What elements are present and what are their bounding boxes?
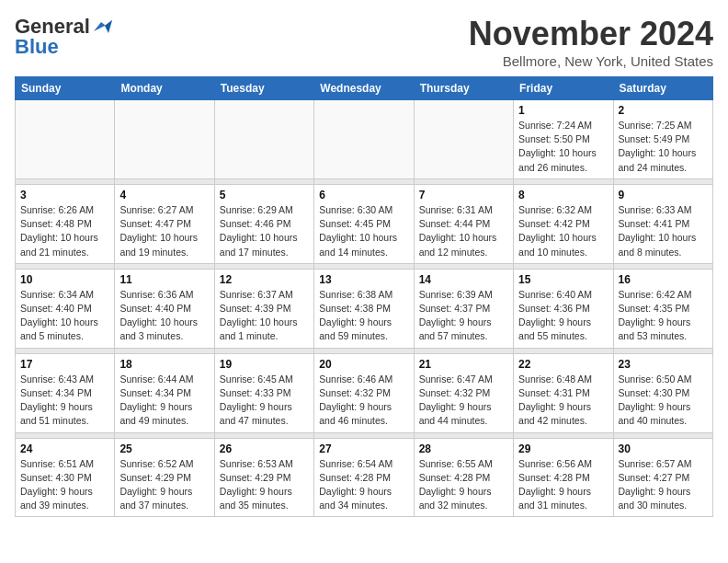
- calendar-cell: 7Sunrise: 6:31 AM Sunset: 4:44 PM Daylig…: [414, 184, 513, 263]
- day-number: 4: [119, 189, 209, 201]
- day-number: 2: [619, 104, 708, 117]
- day-info: Sunrise: 6:56 AM Sunset: 4:28 PM Dayligh…: [518, 457, 608, 513]
- calendar-cell: [115, 100, 214, 179]
- day-number: 8: [518, 189, 608, 201]
- day-info: Sunrise: 6:33 AM Sunset: 4:41 PM Dayligh…: [619, 203, 708, 259]
- day-info: Sunrise: 6:48 AM Sunset: 4:31 PM Dayligh…: [518, 373, 608, 429]
- calendar-week-0: 1Sunrise: 7:24 AM Sunset: 5:50 PM Daylig…: [16, 100, 713, 179]
- day-info: Sunrise: 6:55 AM Sunset: 4:28 PM Dayligh…: [419, 457, 508, 513]
- svg-marker-1: [105, 20, 112, 33]
- day-info: Sunrise: 6:44 AM Sunset: 4:34 PM Dayligh…: [119, 373, 209, 429]
- day-number: 10: [20, 273, 109, 286]
- day-number: 1: [518, 104, 608, 117]
- weekday-header-monday: Monday: [115, 77, 214, 100]
- day-info: Sunrise: 6:34 AM Sunset: 4:40 PM Dayligh…: [20, 288, 109, 344]
- calendar-cell: 11Sunrise: 6:36 AM Sunset: 4:40 PM Dayli…: [115, 269, 214, 348]
- day-info: Sunrise: 6:42 AM Sunset: 4:35 PM Dayligh…: [619, 288, 708, 344]
- logo: General Blue: [15, 15, 112, 59]
- page-header: General Blue November 2024 Bellmore, New…: [15, 15, 713, 69]
- day-info: Sunrise: 6:39 AM Sunset: 4:37 PM Dayligh…: [419, 288, 508, 344]
- weekday-header-saturday: Saturday: [613, 77, 712, 100]
- calendar-week-1: 3Sunrise: 6:26 AM Sunset: 4:48 PM Daylig…: [16, 184, 713, 263]
- calendar-cell: 2Sunrise: 7:25 AM Sunset: 5:49 PM Daylig…: [613, 100, 712, 179]
- day-number: 7: [419, 189, 508, 201]
- day-info: Sunrise: 6:36 AM Sunset: 4:40 PM Dayligh…: [119, 288, 209, 344]
- calendar-cell: 5Sunrise: 6:29 AM Sunset: 4:46 PM Daylig…: [214, 184, 313, 263]
- day-number: 20: [319, 358, 408, 371]
- day-number: 9: [619, 189, 708, 201]
- calendar-cell: [314, 100, 414, 179]
- day-info: Sunrise: 6:32 AM Sunset: 4:42 PM Dayligh…: [518, 203, 608, 259]
- weekday-header-sunday: Sunday: [16, 77, 115, 100]
- calendar-cell: 26Sunrise: 6:53 AM Sunset: 4:29 PM Dayli…: [214, 438, 313, 517]
- calendar-cell: 14Sunrise: 6:39 AM Sunset: 4:37 PM Dayli…: [414, 269, 513, 348]
- day-info: Sunrise: 6:26 AM Sunset: 4:48 PM Dayligh…: [20, 203, 109, 259]
- calendar-cell: [414, 100, 513, 179]
- day-info: Sunrise: 6:51 AM Sunset: 4:30 PM Dayligh…: [20, 457, 109, 513]
- calendar-cell: 19Sunrise: 6:45 AM Sunset: 4:33 PM Dayli…: [214, 353, 313, 432]
- calendar-week-4: 24Sunrise: 6:51 AM Sunset: 4:30 PM Dayli…: [16, 438, 713, 517]
- calendar-cell: 9Sunrise: 6:33 AM Sunset: 4:41 PM Daylig…: [613, 184, 712, 263]
- day-info: Sunrise: 6:47 AM Sunset: 4:32 PM Dayligh…: [419, 373, 508, 429]
- calendar-cell: [16, 100, 115, 179]
- weekday-header-row: SundayMondayTuesdayWednesdayThursdayFrid…: [16, 77, 713, 100]
- day-number: 17: [20, 358, 109, 371]
- calendar-cell: 29Sunrise: 6:56 AM Sunset: 4:28 PM Dayli…: [514, 438, 613, 517]
- calendar-cell: 28Sunrise: 6:55 AM Sunset: 4:28 PM Dayli…: [414, 438, 513, 517]
- day-info: Sunrise: 6:31 AM Sunset: 4:44 PM Dayligh…: [419, 203, 508, 259]
- day-number: 28: [419, 442, 508, 455]
- day-number: 25: [119, 442, 209, 455]
- day-info: Sunrise: 6:57 AM Sunset: 4:27 PM Dayligh…: [619, 457, 708, 513]
- day-number: 14: [419, 273, 508, 286]
- day-info: Sunrise: 7:25 AM Sunset: 5:49 PM Dayligh…: [619, 119, 708, 175]
- day-number: 30: [619, 442, 708, 455]
- day-info: Sunrise: 6:37 AM Sunset: 4:39 PM Dayligh…: [220, 288, 309, 344]
- month-title: November 2024: [469, 15, 713, 53]
- day-info: Sunrise: 6:38 AM Sunset: 4:38 PM Dayligh…: [319, 288, 408, 344]
- calendar-cell: 6Sunrise: 6:30 AM Sunset: 4:45 PM Daylig…: [314, 184, 414, 263]
- day-number: 24: [20, 442, 109, 455]
- day-number: 23: [619, 358, 708, 371]
- calendar-cell: 8Sunrise: 6:32 AM Sunset: 4:42 PM Daylig…: [514, 184, 613, 263]
- calendar-cell: 21Sunrise: 6:47 AM Sunset: 4:32 PM Dayli…: [414, 353, 513, 432]
- day-number: 21: [419, 358, 508, 371]
- day-info: Sunrise: 6:27 AM Sunset: 4:47 PM Dayligh…: [119, 203, 209, 259]
- day-number: 3: [20, 189, 109, 201]
- day-info: Sunrise: 6:30 AM Sunset: 4:45 PM Dayligh…: [319, 203, 408, 259]
- calendar-cell: 16Sunrise: 6:42 AM Sunset: 4:35 PM Dayli…: [613, 269, 712, 348]
- weekday-header-thursday: Thursday: [414, 77, 513, 100]
- day-number: 6: [319, 189, 408, 201]
- weekday-header-tuesday: Tuesday: [214, 77, 313, 100]
- day-info: Sunrise: 6:54 AM Sunset: 4:28 PM Dayligh…: [319, 457, 408, 513]
- day-number: 22: [518, 358, 608, 371]
- day-number: 26: [220, 442, 309, 455]
- day-info: Sunrise: 6:52 AM Sunset: 4:29 PM Dayligh…: [119, 457, 209, 513]
- calendar-cell: 24Sunrise: 6:51 AM Sunset: 4:30 PM Dayli…: [16, 438, 115, 517]
- calendar-week-3: 17Sunrise: 6:43 AM Sunset: 4:34 PM Dayli…: [16, 353, 713, 432]
- calendar-table: SundayMondayTuesdayWednesdayThursdayFrid…: [15, 76, 713, 517]
- logo-bird-icon: [92, 18, 112, 35]
- day-info: Sunrise: 6:45 AM Sunset: 4:33 PM Dayligh…: [220, 373, 309, 429]
- calendar-cell: 20Sunrise: 6:46 AM Sunset: 4:32 PM Dayli…: [314, 353, 414, 432]
- calendar-cell: 18Sunrise: 6:44 AM Sunset: 4:34 PM Dayli…: [115, 353, 214, 432]
- day-number: 12: [220, 273, 309, 286]
- calendar-cell: 4Sunrise: 6:27 AM Sunset: 4:47 PM Daylig…: [115, 184, 214, 263]
- weekday-header-friday: Friday: [514, 77, 613, 100]
- day-info: Sunrise: 6:46 AM Sunset: 4:32 PM Dayligh…: [319, 373, 408, 429]
- calendar-week-2: 10Sunrise: 6:34 AM Sunset: 4:40 PM Dayli…: [16, 269, 713, 348]
- day-number: 18: [119, 358, 209, 371]
- calendar-cell: 22Sunrise: 6:48 AM Sunset: 4:31 PM Dayli…: [514, 353, 613, 432]
- day-info: Sunrise: 6:53 AM Sunset: 4:29 PM Dayligh…: [220, 457, 309, 513]
- calendar-cell: 23Sunrise: 6:50 AM Sunset: 4:30 PM Dayli…: [613, 353, 712, 432]
- day-number: 29: [518, 442, 608, 455]
- calendar-cell: 25Sunrise: 6:52 AM Sunset: 4:29 PM Dayli…: [115, 438, 214, 517]
- calendar-cell: 10Sunrise: 6:34 AM Sunset: 4:40 PM Dayli…: [16, 269, 115, 348]
- calendar-cell: 15Sunrise: 6:40 AM Sunset: 4:36 PM Dayli…: [514, 269, 613, 348]
- weekday-header-wednesday: Wednesday: [314, 77, 414, 100]
- calendar-cell: 1Sunrise: 7:24 AM Sunset: 5:50 PM Daylig…: [514, 100, 613, 179]
- day-number: 5: [220, 189, 309, 201]
- day-number: 27: [319, 442, 408, 455]
- day-info: Sunrise: 6:43 AM Sunset: 4:34 PM Dayligh…: [20, 373, 109, 429]
- day-number: 13: [319, 273, 408, 286]
- calendar-cell: 30Sunrise: 6:57 AM Sunset: 4:27 PM Dayli…: [613, 438, 712, 517]
